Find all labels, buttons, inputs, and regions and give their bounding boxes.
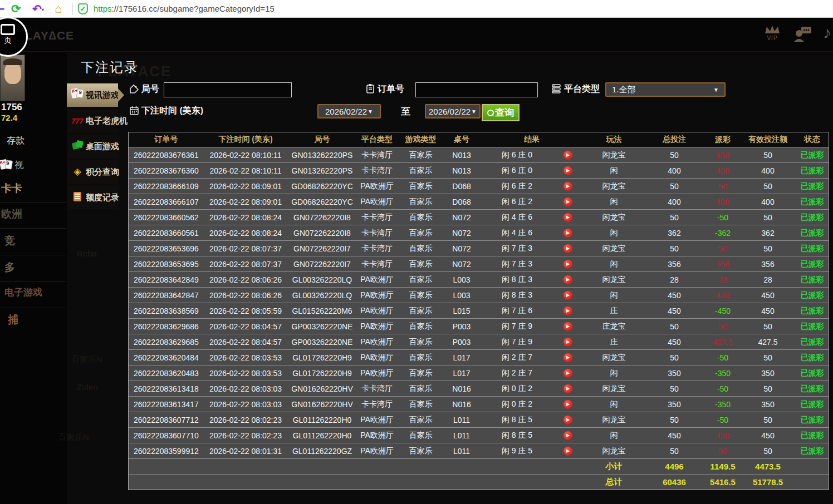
result-text: 闲 7 庄 9 (479, 334, 555, 349)
result-cell: 闲 8 庄 5▶ (479, 428, 585, 443)
browser-bar: ⟳ ↶▾ ⌂ ✓ https://175616.cc/subgame?gameC… (0, 0, 833, 18)
table: N013 (444, 151, 479, 160)
homepage-window-icon (1, 24, 15, 35)
sidebar-item-0[interactable]: K♥9视讯游戏 (67, 83, 118, 107)
play-result-button[interactable]: ▶ (564, 431, 572, 440)
result-cell: 闲 7 庄 9▶ (479, 319, 585, 334)
platform-select[interactable]: 1.全部 ▼ (605, 82, 726, 97)
play-result-button[interactable]: ▶ (564, 182, 572, 191)
play-result-button[interactable]: ▶ (564, 322, 572, 331)
column-header: 局号 (287, 135, 357, 145)
game: 百家乐 (397, 368, 444, 378)
result-cell: 闲 6 庄 2▶ (479, 179, 585, 194)
date-from-select[interactable]: 2026/02/22▼ (317, 104, 381, 118)
result-text: 闲 8 庄 3 (479, 288, 555, 303)
page-title: 下注记录 (81, 58, 139, 76)
play-result-button[interactable]: ▶ (564, 384, 572, 393)
time: 2026-02-22 08:09:01 (204, 197, 287, 206)
result-cell: 闲 4 庄 6▶ (479, 210, 585, 225)
total-bet: 28 (643, 275, 705, 284)
play-result-button[interactable]: ▶ (564, 400, 572, 409)
play-result-button[interactable]: ▶ (564, 291, 572, 300)
undo-icon[interactable]: ↶▾ (32, 2, 44, 17)
game: 百家乐 (397, 446, 444, 456)
play-result-button[interactable]: ▶ (564, 369, 572, 378)
round: GD068262220YC (287, 197, 357, 206)
table: L011 (444, 416, 479, 424)
play-result-button[interactable]: ▶ (564, 166, 572, 175)
time: 2026-02-22 08:06:26 (204, 275, 287, 284)
sidebar-item-1[interactable]: 777电子老虎机 (67, 109, 118, 132)
play-result-button[interactable]: ▶ (564, 353, 572, 362)
round: GL011262220GZ (287, 447, 357, 456)
address-bar[interactable]: https://175616.cc/subgame?gameCategoryId… (94, 4, 275, 13)
status-badge: 已派彩 (796, 181, 829, 191)
bet-records-table: 订单号下注时间 (美东)局号平台类型游戏类型桌号结果玩法总投注派彩有效投注额状态… (128, 132, 829, 490)
home-icon[interactable]: ⌂ (55, 2, 62, 16)
play-result-button[interactable]: ▶ (564, 213, 572, 222)
table: L003 (444, 291, 479, 300)
screen: ⟳ ↶▾ ⌂ ✓ https://175616.cc/subgame?gameC… (0, 0, 833, 504)
round-input[interactable] (164, 82, 292, 97)
payout-value: -50 (705, 213, 740, 222)
play-result-button[interactable]: ▶ (564, 416, 572, 424)
date-to-select[interactable]: 2026/02/22▼ (425, 104, 481, 118)
total-bet: 400 (643, 197, 705, 206)
quota-doc-icon (69, 192, 86, 204)
play-result-button[interactable]: ▶ (564, 275, 572, 284)
play-result-button[interactable]: ▶ (564, 307, 572, 315)
play-result-button[interactable]: ▶ (564, 229, 572, 238)
vip-icon[interactable]: VIP (764, 24, 781, 41)
payout-value: -450 (705, 307, 740, 315)
refresh-icon[interactable]: ⟳ (11, 2, 21, 16)
status-badge: 已派彩 (796, 384, 829, 394)
game: 百家乐 (397, 322, 444, 332)
play-result-button[interactable]: ▶ (564, 447, 572, 456)
sidebar-item-4[interactable]: 额度记录 (67, 186, 118, 209)
order-number: 260222083620483 (129, 369, 204, 378)
platform: PA欧洲厅 (357, 337, 397, 347)
table-row: 2602220835999122026-02-22 08:01:31GL0112… (129, 443, 829, 458)
sidebar-item-3[interactable]: ◈积分查询 (67, 160, 118, 184)
sidebar-item-2[interactable]: 桌面游戏 (67, 135, 118, 158)
back-icon[interactable] (0, 8, 4, 10)
result-text: 闲 6 庄 2 (479, 179, 555, 194)
game: 百家乐 (397, 275, 444, 285)
payout-value: 450 (705, 431, 740, 440)
chevron-down-icon: ▼ (471, 108, 477, 115)
music-icon[interactable]: ♪ (823, 23, 831, 42)
security-shield-icon[interactable]: ✓ (78, 3, 88, 14)
egames-fragment: 电子游戏 (4, 286, 42, 299)
table-row: 2602220836661072026-02-22 08:09:01GD0682… (129, 194, 829, 209)
table: N013 (444, 166, 479, 175)
status-badge: 已派彩 (796, 228, 829, 238)
table-row: 2602220836763612026-02-22 08:10:11GN0132… (129, 147, 829, 162)
payout-value: -362 (705, 229, 740, 238)
play-result-button[interactable]: ▶ (564, 260, 572, 269)
play-result-button[interactable]: ▶ (564, 338, 572, 347)
order-input[interactable] (415, 82, 538, 97)
total-bet: 450 (643, 338, 705, 347)
payout-value: -350 (705, 369, 740, 378)
platform: 卡卡湾厅 (357, 150, 397, 160)
query-button[interactable]: 查询 (482, 104, 520, 121)
result-text: 闲 0 庄 2 (479, 381, 555, 396)
chevron-down-icon: ▼ (713, 87, 719, 93)
fishing-fragment: 捕 (8, 313, 18, 327)
game: 百家乐 (397, 150, 444, 160)
status-badge: 已派彩 (796, 197, 829, 207)
column-header: 桌号 (444, 135, 479, 145)
deposit-label: 存款 (7, 135, 24, 147)
valid-bet: 50 (740, 384, 796, 393)
total-bet: 50 (643, 384, 705, 393)
play-result-button[interactable]: ▶ (564, 244, 572, 253)
result-cell: 闲 6 庄 0▶ (479, 163, 585, 178)
platform: PA欧洲厅 (357, 415, 397, 425)
play-result-button[interactable]: ▶ (564, 197, 572, 206)
bet-type: 闲龙宝 (585, 244, 643, 254)
time: 2026-02-22 08:01:31 (204, 447, 287, 456)
play-result-button[interactable]: ▶ (564, 151, 572, 160)
order-number: 260222083620484 (129, 353, 204, 362)
round: GN072262220I8 (287, 213, 357, 222)
customer-service-icon[interactable] (793, 26, 812, 42)
